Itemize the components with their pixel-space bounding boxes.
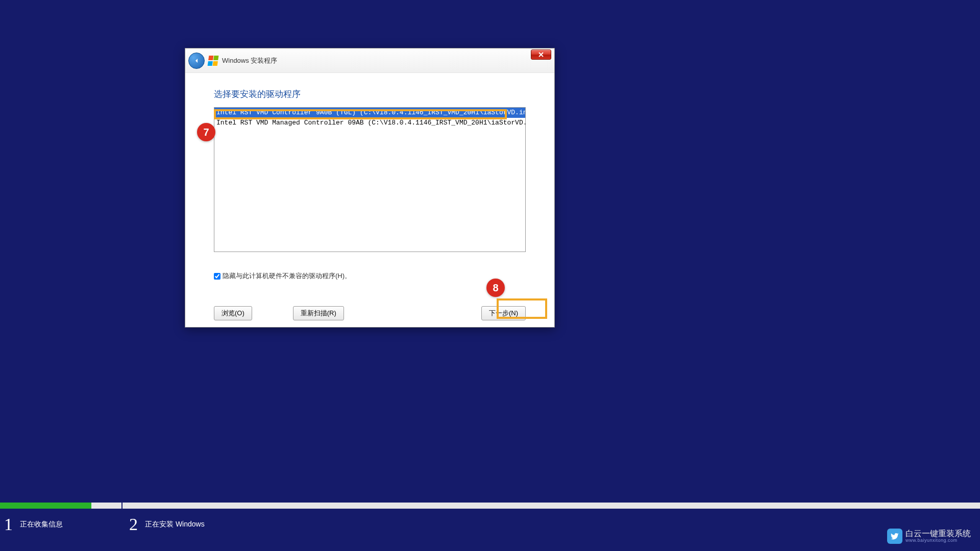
progress-area: 1 正在收集信息 2 正在安装 Windows — [0, 503, 980, 551]
annotation-badge-7: 7 — [197, 123, 215, 141]
rescan-button[interactable]: 重新扫描(R) — [293, 306, 344, 320]
step-1: 1 正在收集信息 — [4, 516, 63, 533]
step-2-number: 2 — [129, 516, 138, 533]
browse-button[interactable]: 浏览(O) — [214, 306, 252, 320]
button-row: 浏览(O) 重新扫描(R) 下一步(N) — [214, 306, 526, 320]
watermark-main: 白云一键重装系统 — [905, 530, 971, 538]
window-title: Windows 安装程序 — [222, 56, 277, 65]
hide-incompatible-label: 隐藏与此计算机硬件不兼容的驱动程序(H)。 — [223, 271, 351, 281]
annotation-badge-8: 8 — [486, 279, 505, 297]
watermark-text: 白云一键重装系统 www.baiyunxitong.com — [905, 530, 971, 543]
progress-bar-fill — [0, 503, 91, 509]
back-arrow-icon — [192, 57, 201, 65]
step-1-label: 正在收集信息 — [20, 520, 63, 529]
progress-segment-divider — [121, 503, 122, 509]
next-button[interactable]: 下一步(N) — [481, 306, 526, 320]
hide-incompatible-checkbox[interactable] — [214, 273, 220, 280]
step-2-label: 正在安装 Windows — [145, 520, 205, 529]
close-icon — [538, 52, 544, 57]
close-button[interactable] — [531, 49, 551, 60]
watermark-sub: www.baiyunxitong.com — [905, 538, 971, 543]
windows-flag-icon — [207, 55, 219, 66]
watermark-bird-icon — [887, 529, 902, 544]
step-1-number: 1 — [4, 516, 13, 533]
progress-bar-bg — [0, 503, 980, 509]
watermark: 白云一键重装系统 www.baiyunxitong.com — [887, 529, 971, 544]
driver-row[interactable]: Intel RST VMD Managed Controller 09AB (C… — [214, 118, 525, 128]
hide-incompatible-row[interactable]: 隐藏与此计算机硬件不兼容的驱动程序(H)。 — [214, 271, 526, 281]
page-heading: 选择要安装的驱动程序 — [214, 88, 526, 100]
driver-row-selected[interactable]: Intel RST VMD Controller 9A0B (TGL) (C:\… — [214, 108, 525, 118]
back-button[interactable] — [188, 53, 205, 69]
driver-listbox[interactable]: Intel RST VMD Controller 9A0B (TGL) (C:\… — [214, 107, 526, 252]
titlebar: Windows 安装程序 — [185, 48, 554, 73]
step-2: 2 正在安装 Windows — [129, 516, 205, 533]
